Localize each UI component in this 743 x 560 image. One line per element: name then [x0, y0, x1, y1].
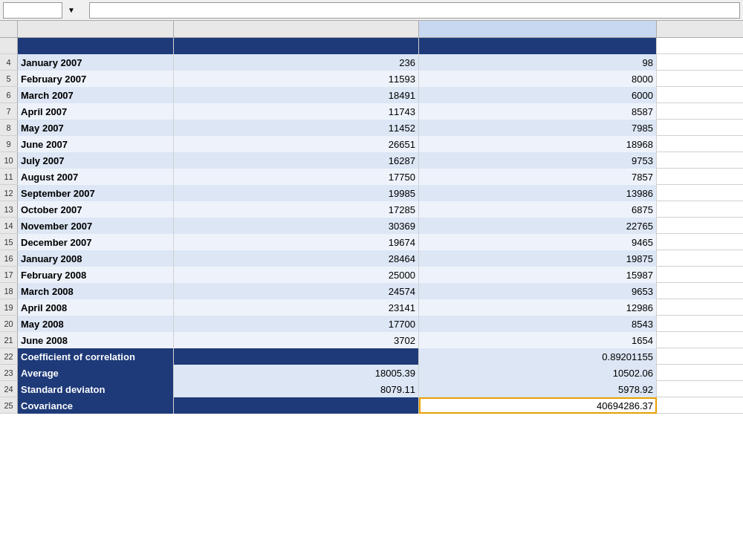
cell-c14[interactable]: 30369	[174, 218, 419, 234]
cell-b23[interactable]: Average	[18, 365, 174, 381]
table-row: 10 July 2007 16287 9753	[0, 152, 743, 169]
cell-d3[interactable]	[419, 38, 657, 54]
cell-d6[interactable]: 6000	[419, 87, 657, 103]
cell-c25[interactable]	[174, 397, 419, 414]
formula-bar: ▼	[0, 0, 743, 21]
cell-d25[interactable]: 40694286.37	[419, 397, 657, 414]
cell-b18[interactable]: March 2008	[18, 283, 174, 299]
cell-b3[interactable]	[18, 38, 174, 54]
cell-c24[interactable]: 8079.11	[174, 381, 419, 397]
cell-b20[interactable]: May 2008	[18, 316, 174, 332]
cell-reference-box[interactable]	[3, 2, 62, 19]
table-row: 11 August 2007 17750 7857	[0, 169, 743, 185]
table-row: 14 November 2007 30369 22765	[0, 218, 743, 234]
row-num-10: 10	[0, 152, 18, 168]
table-row: 21 June 2008 3702 1654	[0, 332, 743, 348]
cell-c20[interactable]: 17700	[174, 316, 419, 332]
cell-d13[interactable]: 6875	[419, 201, 657, 218]
cell-b19[interactable]: April 2008	[18, 299, 174, 316]
cell-c7[interactable]: 11743	[174, 103, 419, 120]
cell-b17[interactable]: February 2008	[18, 267, 174, 283]
cell-d24[interactable]: 5978.92	[419, 381, 657, 397]
row-num-4: 4	[0, 54, 18, 70]
cell-c5[interactable]: 11593	[174, 71, 419, 87]
cell-b6[interactable]: March 2007	[18, 87, 174, 103]
cell-c16[interactable]: 28464	[174, 250, 419, 267]
cell-b12[interactable]: September 2007	[18, 185, 174, 201]
cell-c9[interactable]: 26651	[174, 136, 419, 152]
cell-b15[interactable]: December 2007	[18, 234, 174, 250]
cell-b22[interactable]: Coefficient of correlation	[18, 348, 174, 365]
table-row: 17 February 2008 25000 15987	[0, 267, 743, 283]
cell-d17[interactable]: 15987	[419, 267, 657, 283]
cell-c17[interactable]: 25000	[174, 267, 419, 283]
row-num-11: 11	[0, 169, 18, 184]
cell-c8[interactable]: 11452	[174, 120, 419, 136]
row-num-19: 19	[0, 299, 18, 315]
cell-ref-dropdown[interactable]: ▼	[65, 2, 77, 19]
cell-d18[interactable]: 9653	[419, 283, 657, 299]
cell-d19[interactable]: 12986	[419, 299, 657, 316]
cell-d15[interactable]: 9465	[419, 234, 657, 250]
corner-header	[0, 21, 18, 37]
formula-input[interactable]	[89, 2, 740, 19]
cell-b25[interactable]: Covariance	[18, 397, 174, 414]
cell-b10[interactable]: July 2007	[18, 152, 174, 169]
cell-d23[interactable]: 10502.06	[419, 365, 657, 381]
row-num-8: 8	[0, 120, 18, 135]
cell-d7[interactable]: 8587	[419, 103, 657, 120]
row-num-23: 23	[0, 365, 18, 380]
cell-b5[interactable]: February 2007	[18, 71, 174, 87]
cell-b8[interactable]: May 2007	[18, 120, 174, 136]
cell-b21[interactable]: June 2008	[18, 332, 174, 348]
row-num-12: 12	[0, 185, 18, 201]
cell-b4[interactable]: January 2007	[18, 54, 174, 71]
cell-c21[interactable]: 3702	[174, 332, 419, 348]
cell-d12[interactable]: 13986	[419, 185, 657, 201]
cell-d4[interactable]: 98	[419, 54, 657, 71]
cell-d22[interactable]: 0.89201155	[419, 348, 657, 365]
table-row: 15 December 2007 19674 9465	[0, 234, 743, 250]
cell-d9[interactable]: 18968	[419, 136, 657, 152]
col-header-c[interactable]	[174, 21, 419, 37]
cell-b14[interactable]: November 2007	[18, 218, 174, 234]
cell-c18[interactable]: 24574	[174, 283, 419, 299]
row-num-5: 5	[0, 71, 18, 86]
col-header-d[interactable]	[419, 21, 657, 37]
cell-c23[interactable]: 18005.39	[174, 365, 419, 381]
cell-c22[interactable]	[174, 348, 419, 365]
cell-b13[interactable]: October 2007	[18, 201, 174, 218]
row-num-25: 25	[0, 397, 18, 413]
row-num-14: 14	[0, 218, 18, 233]
cell-b24[interactable]: Standard deviaton	[18, 381, 174, 397]
cell-b7[interactable]: April 2007	[18, 103, 174, 120]
cell-d14[interactable]: 22765	[419, 218, 657, 234]
cell-c10[interactable]: 16287	[174, 152, 419, 169]
cell-d20[interactable]: 8543	[419, 316, 657, 332]
cell-c12[interactable]: 19985	[174, 185, 419, 201]
table-row: 12 September 2007 19985 13986	[0, 185, 743, 201]
cell-d11[interactable]: 7857	[419, 169, 657, 185]
table-row: 20 May 2008 17700 8543	[0, 316, 743, 332]
cell-d8[interactable]: 7985	[419, 120, 657, 136]
cell-b16[interactable]: January 2008	[18, 250, 174, 267]
cell-b11[interactable]: August 2007	[18, 169, 174, 185]
cell-c13[interactable]: 17285	[174, 201, 419, 218]
cell-d10[interactable]: 9753	[419, 152, 657, 169]
data-rows: 4 January 2007 236 98 5 February 2007 11…	[0, 54, 743, 348]
cell-d5[interactable]: 8000	[419, 71, 657, 87]
cell-c4[interactable]: 236	[174, 54, 419, 71]
cell-c15[interactable]: 19674	[174, 234, 419, 250]
cell-d16[interactable]: 19875	[419, 250, 657, 267]
table-row	[0, 38, 743, 54]
cell-c11[interactable]: 17750	[174, 169, 419, 185]
row-num-16: 16	[0, 250, 18, 266]
cell-c19[interactable]: 23141	[174, 299, 419, 316]
sheet-body: 4 January 2007 236 98 5 February 2007 11…	[0, 38, 743, 414]
cell-c3[interactable]	[174, 38, 419, 54]
cell-d21[interactable]: 1654	[419, 332, 657, 348]
cell-b9[interactable]: June 2007	[18, 136, 174, 152]
table-row: 16 January 2008 28464 19875	[0, 250, 743, 267]
cell-c6[interactable]: 18491	[174, 87, 419, 103]
col-header-b[interactable]	[18, 21, 174, 37]
